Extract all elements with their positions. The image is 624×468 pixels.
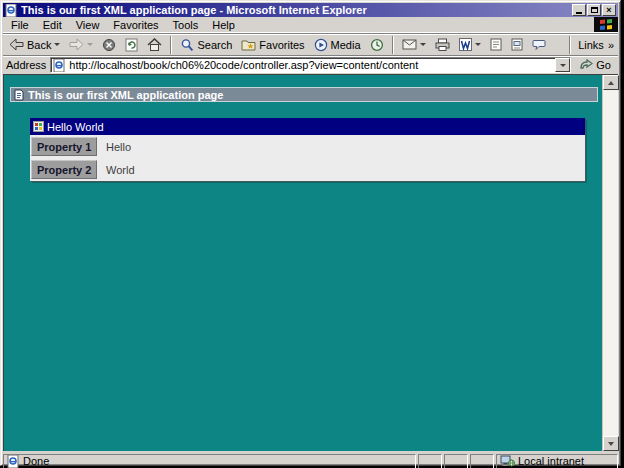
window-controls: × (572, 4, 616, 16)
table-title-bar: Hello World (30, 118, 585, 135)
history-icon (370, 38, 384, 52)
home-button[interactable] (143, 35, 166, 55)
back-dropdown-icon (54, 43, 60, 46)
address-bar: Address Go (3, 55, 618, 74)
go-button[interactable]: Go (575, 57, 615, 74)
toolbar-separator (392, 36, 394, 54)
links-chevron-icon[interactable]: » (608, 39, 614, 51)
title-bar[interactable]: This is our first XML application page -… (3, 3, 618, 17)
back-label: Back (27, 39, 51, 51)
back-button[interactable]: Back (5, 35, 64, 55)
menu-tools[interactable]: Tools (166, 18, 206, 32)
address-dropdown-button[interactable] (555, 58, 570, 72)
back-arrow-icon (9, 38, 24, 51)
security-zone-pane: Local intranet (496, 454, 618, 468)
table-row: Property 2 World (30, 158, 585, 181)
table-row: Property 1 Hello (30, 135, 585, 158)
ie-window-icon (5, 4, 18, 17)
scroll-down-button[interactable] (603, 436, 619, 451)
status-pane-empty (444, 454, 468, 468)
close-button[interactable]: × (602, 4, 616, 16)
property-value: World (97, 164, 135, 176)
vertical-scrollbar[interactable] (602, 75, 618, 451)
address-input[interactable] (69, 59, 552, 72)
home-icon (147, 38, 162, 51)
favorites-button[interactable]: Favorites (237, 35, 308, 55)
media-label: Media (331, 39, 361, 51)
search-button[interactable]: Search (176, 35, 236, 55)
forward-dropdown-icon (87, 43, 93, 46)
restore-button[interactable] (587, 4, 601, 16)
print-button[interactable] (431, 35, 454, 55)
scroll-down-icon (608, 442, 614, 446)
ie-brand-logo (594, 17, 618, 32)
zone-label: Local intranet (518, 455, 584, 467)
status-pane-empty (418, 454, 442, 468)
status-text: Done (23, 455, 49, 467)
history-button[interactable] (366, 35, 388, 55)
minimize-button[interactable] (572, 4, 586, 16)
web-page: This is our first XML application page H… (4, 75, 602, 451)
address-combo (50, 57, 571, 73)
go-arrow-icon (579, 59, 593, 71)
forward-arrow-icon (69, 38, 84, 51)
menu-file[interactable]: File (4, 18, 36, 32)
favorites-label: Favorites (259, 39, 304, 51)
edit-dropdown-icon (475, 43, 481, 46)
close-icon: × (606, 6, 611, 15)
status-bar: Done Local intranet (3, 451, 618, 468)
address-label: Address (6, 59, 46, 71)
toolbar-separator (170, 36, 172, 54)
scroll-up-button[interactable] (603, 75, 619, 90)
desktop: { "window": { "title": "This is our firs… (0, 0, 624, 468)
stop-button[interactable] (98, 35, 120, 55)
item-image-icon (32, 120, 45, 133)
status-pane: Done (3, 454, 416, 468)
links-bar: Links » (566, 36, 616, 54)
xml-properties-table: Hello World Property 1 Hello Property 2 … (30, 118, 585, 181)
standard-buttons-toolbar: Back Search Favorites Media (3, 33, 618, 55)
discuss-page-icon (490, 38, 502, 51)
folders-page-icon (511, 38, 523, 51)
menu-view[interactable]: View (69, 18, 107, 32)
favorites-icon (241, 38, 256, 51)
property-value: Hello (97, 141, 131, 153)
scroll-up-icon (608, 81, 614, 85)
document-icon (14, 89, 24, 101)
discuss-button[interactable] (486, 35, 506, 55)
edit-word-button[interactable] (455, 35, 485, 55)
refresh-button[interactable] (121, 35, 142, 55)
ie-page-icon (53, 59, 66, 72)
folders-button[interactable] (507, 35, 527, 55)
table-title: Hello World (47, 121, 104, 133)
menu-help[interactable]: Help (205, 18, 242, 32)
browser-window: This is our first XML application page -… (0, 0, 621, 466)
ie-status-icon (7, 455, 20, 468)
search-icon (180, 38, 194, 52)
mail-icon (402, 39, 417, 50)
address-dropdown-icon (560, 64, 566, 67)
menu-bar: File Edit View Favorites Tools Help (3, 17, 618, 33)
word-edit-icon (459, 38, 472, 51)
mail-dropdown-icon (420, 43, 426, 46)
messenger-button[interactable] (528, 35, 550, 55)
page-heading: This is our first XML application page (28, 89, 223, 101)
links-label[interactable]: Links (578, 39, 604, 51)
minimize-icon (576, 12, 582, 14)
media-button[interactable]: Media (310, 35, 365, 55)
go-label: Go (596, 59, 611, 71)
scrollbar-track[interactable] (603, 90, 618, 436)
print-icon (435, 38, 450, 51)
property-label: Property 2 (31, 160, 97, 179)
refresh-icon (125, 38, 138, 52)
page-heading-bar: This is our first XML application page (10, 87, 598, 102)
forward-button[interactable] (65, 35, 97, 55)
status-pane-empty (470, 454, 494, 468)
menu-edit[interactable]: Edit (36, 18, 69, 32)
menu-favorites[interactable]: Favorites (106, 18, 165, 32)
window-title: This is our first XML application page -… (21, 4, 569, 16)
search-label: Search (197, 39, 232, 51)
content-area: This is our first XML application page H… (3, 74, 618, 451)
media-icon (314, 38, 328, 52)
mail-button[interactable] (398, 35, 430, 55)
